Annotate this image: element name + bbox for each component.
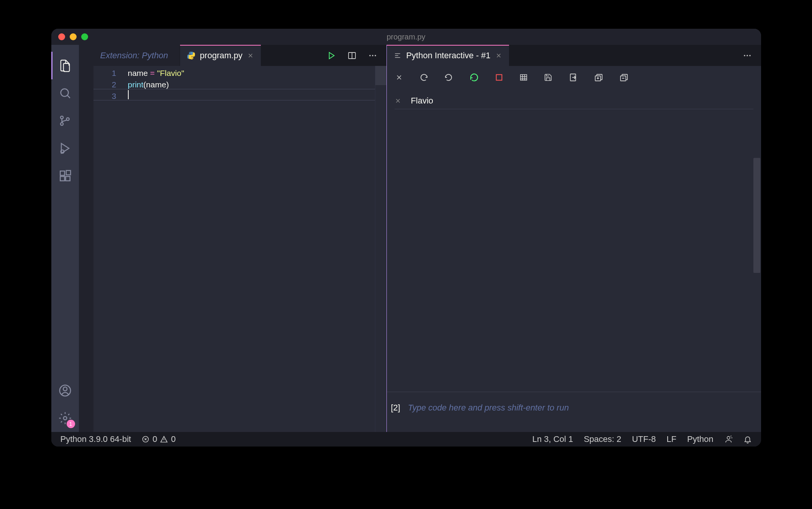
svg-point-11 bbox=[63, 417, 67, 420]
explorer-icon[interactable] bbox=[51, 52, 79, 79]
interrupt-kernel-icon[interactable] bbox=[495, 73, 503, 82]
svg-point-14 bbox=[372, 55, 374, 56]
svg-rect-7 bbox=[65, 176, 70, 181]
remove-cell-icon[interactable] bbox=[395, 97, 401, 104]
main-area: 1 Extension: Python program.py bbox=[51, 45, 761, 432]
status-language[interactable]: Python bbox=[687, 434, 714, 444]
minimap[interactable] bbox=[375, 66, 386, 432]
input-prompt-number: [2] bbox=[391, 403, 400, 413]
run-file-icon[interactable] bbox=[327, 51, 336, 60]
tab-python-interactive[interactable]: Python Interactive - #1 bbox=[387, 45, 509, 66]
svg-point-18 bbox=[749, 55, 751, 56]
traffic-lights bbox=[58, 33, 88, 40]
save-icon[interactable] bbox=[544, 73, 552, 82]
warning-count: 0 bbox=[171, 434, 175, 444]
status-feedback-icon[interactable] bbox=[724, 435, 733, 443]
sidebar[interactable] bbox=[79, 45, 93, 432]
redo-icon[interactable] bbox=[419, 73, 428, 82]
code-line: name = "Flavio" bbox=[128, 67, 375, 79]
settings-icon[interactable]: 1 bbox=[51, 404, 79, 432]
errors-icon bbox=[142, 435, 149, 443]
source-control-icon[interactable] bbox=[51, 107, 79, 135]
minimize-window-button[interactable] bbox=[70, 33, 77, 40]
interactive-tab-icon bbox=[394, 52, 401, 59]
status-encoding[interactable]: UTF-8 bbox=[632, 434, 656, 444]
export-icon[interactable] bbox=[568, 73, 578, 82]
tab-extension-python[interactable]: Extension: Python bbox=[93, 45, 180, 66]
svg-point-17 bbox=[747, 55, 748, 56]
editor-group-left: Extension: Python program.py bbox=[93, 45, 387, 432]
tabbar-right: Python Interactive - #1 bbox=[387, 45, 761, 66]
clear-icon[interactable] bbox=[395, 74, 403, 81]
split-editor-icon[interactable] bbox=[347, 51, 357, 60]
error-count: 0 bbox=[152, 434, 157, 444]
svg-point-25 bbox=[727, 437, 730, 439]
interactive-toolbar bbox=[387, 66, 761, 89]
window: program.py bbox=[51, 29, 761, 447]
status-cursor-position[interactable]: Ln 3, Col 1 bbox=[532, 434, 573, 444]
svg-point-16 bbox=[744, 55, 745, 56]
maximize-window-button[interactable] bbox=[81, 33, 88, 40]
line-numbers-gutter: 1 2 3 bbox=[93, 66, 128, 432]
line-number: 1 bbox=[93, 67, 116, 79]
activity-bar: 1 bbox=[51, 45, 79, 432]
interactive-input-area[interactable]: [2] Type code here and press shift-enter… bbox=[387, 392, 761, 432]
close-tab-icon[interactable] bbox=[247, 52, 254, 59]
undo-icon[interactable] bbox=[444, 73, 453, 82]
run-debug-icon[interactable] bbox=[51, 135, 79, 162]
output-cell: Flavio bbox=[395, 93, 753, 109]
svg-point-1 bbox=[60, 116, 63, 119]
status-problems[interactable]: 0 0 bbox=[142, 434, 176, 444]
status-indentation[interactable]: Spaces: 2 bbox=[584, 434, 621, 444]
minimap-slider[interactable] bbox=[375, 66, 386, 85]
variable-explorer-icon[interactable] bbox=[519, 73, 528, 82]
python-file-icon bbox=[187, 51, 195, 60]
interactive-output[interactable]: Flavio bbox=[387, 89, 761, 392]
extensions-icon[interactable] bbox=[51, 162, 79, 190]
search-icon[interactable] bbox=[51, 79, 79, 107]
output-text: Flavio bbox=[411, 96, 433, 106]
code-line: print(name) bbox=[128, 79, 375, 90]
scrollbar[interactable] bbox=[753, 158, 760, 273]
close-tab-icon[interactable] bbox=[495, 52, 502, 59]
window-title: program.py bbox=[386, 33, 425, 41]
tab-actions-right bbox=[733, 45, 761, 66]
editor-group-right: Python Interactive - #1 bbox=[387, 45, 761, 432]
status-interpreter[interactable]: Python 3.9.0 64-bit bbox=[61, 434, 131, 444]
restart-kernel-icon[interactable] bbox=[470, 73, 479, 82]
text-cursor bbox=[128, 90, 129, 99]
tab-label: program.py bbox=[200, 51, 242, 61]
svg-rect-20 bbox=[521, 74, 527, 80]
tabbar-left: Extension: Python program.py bbox=[93, 45, 387, 66]
editor-content[interactable]: 1 2 3 name = "Flavio" print(name) bbox=[93, 66, 387, 432]
status-notifications-icon[interactable] bbox=[743, 435, 752, 443]
more-actions-icon[interactable] bbox=[743, 51, 752, 60]
svg-rect-8 bbox=[66, 171, 70, 175]
tab-label: Extension: Python bbox=[100, 51, 168, 61]
svg-point-4 bbox=[61, 150, 64, 153]
accounts-icon[interactable] bbox=[51, 377, 79, 404]
code-line bbox=[128, 90, 375, 102]
more-actions-icon[interactable] bbox=[368, 51, 377, 60]
svg-rect-5 bbox=[60, 171, 64, 175]
svg-rect-6 bbox=[60, 176, 64, 181]
tab-program-py[interactable]: program.py bbox=[180, 45, 261, 66]
svg-point-13 bbox=[370, 55, 371, 56]
editor-area: Extension: Python program.py bbox=[93, 45, 761, 432]
svg-rect-19 bbox=[496, 74, 502, 80]
close-window-button[interactable] bbox=[58, 33, 65, 40]
expand-all-icon[interactable] bbox=[594, 73, 603, 82]
svg-point-0 bbox=[61, 89, 68, 97]
status-eol[interactable]: LF bbox=[666, 434, 676, 444]
collapse-all-icon[interactable] bbox=[619, 73, 628, 82]
code-area[interactable]: name = "Flavio" print(name) bbox=[128, 66, 375, 432]
svg-point-10 bbox=[63, 387, 67, 391]
svg-point-15 bbox=[375, 55, 377, 56]
warnings-icon bbox=[160, 435, 168, 443]
tab-label: Python Interactive - #1 bbox=[406, 51, 490, 61]
svg-point-2 bbox=[60, 123, 63, 125]
tab-actions-left bbox=[318, 45, 386, 66]
settings-badge: 1 bbox=[67, 420, 75, 428]
input-placeholder: Type code here and press shift-enter to … bbox=[408, 403, 569, 413]
titlebar: program.py bbox=[51, 29, 761, 45]
